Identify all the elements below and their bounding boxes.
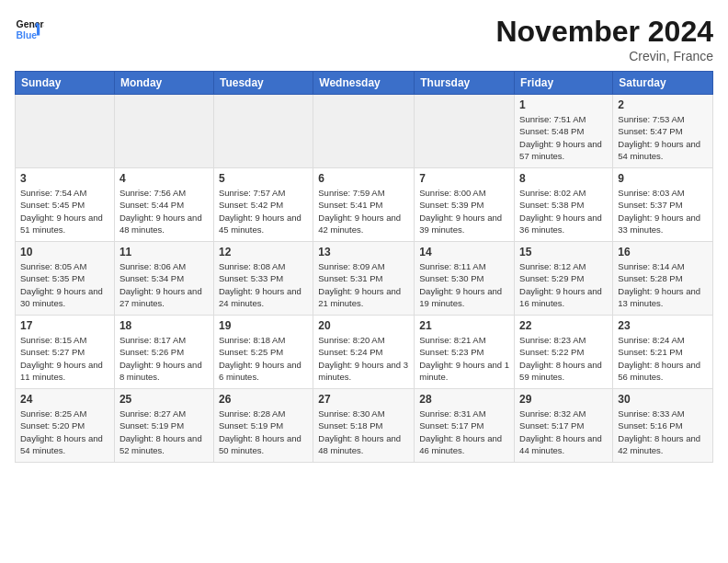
- location: Crevin, France: [495, 49, 713, 63]
- day-number: 7: [419, 172, 509, 185]
- day-number: 10: [20, 246, 109, 259]
- day-info: Sunrise: 8:23 AM Sunset: 5:22 PM Dayligh…: [519, 334, 608, 383]
- table-cell: 27Sunrise: 8:30 AM Sunset: 5:18 PM Dayli…: [313, 389, 415, 463]
- day-info: Sunrise: 8:17 AM Sunset: 5:26 PM Dayligh…: [119, 334, 209, 383]
- day-number: 15: [519, 246, 608, 259]
- day-number: 19: [219, 319, 308, 332]
- table-cell: 29Sunrise: 8:32 AM Sunset: 5:17 PM Dayli…: [515, 389, 613, 463]
- table-cell: 1Sunrise: 7:51 AM Sunset: 5:48 PM Daylig…: [515, 95, 613, 168]
- table-cell: 6Sunrise: 7:59 AM Sunset: 5:41 PM Daylig…: [313, 168, 415, 242]
- day-number: 12: [219, 246, 308, 259]
- table-cell: [213, 95, 313, 168]
- day-number: 25: [119, 393, 209, 406]
- day-number: 6: [318, 172, 409, 185]
- table-cell: [16, 95, 115, 168]
- table-cell: 17Sunrise: 8:15 AM Sunset: 5:27 PM Dayli…: [16, 316, 115, 389]
- logo-icon: General Blue: [15, 15, 44, 44]
- day-info: Sunrise: 8:24 AM Sunset: 5:21 PM Dayligh…: [618, 334, 708, 383]
- day-number: 14: [419, 246, 509, 259]
- day-number: 18: [119, 319, 209, 332]
- week-row-4: 17Sunrise: 8:15 AM Sunset: 5:27 PM Dayli…: [16, 316, 713, 389]
- table-cell: 10Sunrise: 8:05 AM Sunset: 5:35 PM Dayli…: [16, 242, 115, 316]
- table-cell: 28Sunrise: 8:31 AM Sunset: 5:17 PM Dayli…: [415, 389, 515, 463]
- day-number: 20: [318, 319, 409, 332]
- title-section: November 2024 Crevin, France: [495, 15, 713, 63]
- day-number: 13: [318, 246, 409, 259]
- table-cell: 8Sunrise: 8:02 AM Sunset: 5:38 PM Daylig…: [515, 168, 613, 242]
- day-info: Sunrise: 8:25 AM Sunset: 5:20 PM Dayligh…: [20, 408, 109, 456]
- day-info: Sunrise: 8:30 AM Sunset: 5:18 PM Dayligh…: [318, 408, 409, 456]
- table-cell: 5Sunrise: 7:57 AM Sunset: 5:42 PM Daylig…: [213, 168, 313, 242]
- table-cell: 30Sunrise: 8:33 AM Sunset: 5:16 PM Dayli…: [613, 389, 713, 463]
- week-row-3: 10Sunrise: 8:05 AM Sunset: 5:35 PM Dayli…: [16, 242, 713, 316]
- header-friday: Friday: [515, 72, 613, 95]
- table-cell: 7Sunrise: 8:00 AM Sunset: 5:39 PM Daylig…: [415, 168, 515, 242]
- table-cell: 19Sunrise: 8:18 AM Sunset: 5:25 PM Dayli…: [213, 316, 313, 389]
- table-cell: 13Sunrise: 8:09 AM Sunset: 5:31 PM Dayli…: [313, 242, 415, 316]
- day-info: Sunrise: 8:06 AM Sunset: 5:34 PM Dayligh…: [119, 260, 209, 309]
- day-number: 2: [618, 98, 708, 111]
- day-number: 23: [618, 319, 708, 332]
- table-cell: 20Sunrise: 8:20 AM Sunset: 5:24 PM Dayli…: [313, 316, 415, 389]
- day-info: Sunrise: 7:54 AM Sunset: 5:45 PM Dayligh…: [20, 187, 109, 236]
- day-info: Sunrise: 8:02 AM Sunset: 5:38 PM Dayligh…: [519, 187, 608, 236]
- day-info: Sunrise: 8:21 AM Sunset: 5:23 PM Dayligh…: [419, 334, 509, 383]
- day-info: Sunrise: 8:28 AM Sunset: 5:19 PM Dayligh…: [219, 408, 308, 456]
- day-info: Sunrise: 8:20 AM Sunset: 5:24 PM Dayligh…: [318, 334, 409, 383]
- day-number: 4: [119, 172, 209, 185]
- table-cell: 23Sunrise: 8:24 AM Sunset: 5:21 PM Dayli…: [613, 316, 713, 389]
- day-info: Sunrise: 7:51 AM Sunset: 5:48 PM Dayligh…: [519, 113, 608, 162]
- table-cell: 14Sunrise: 8:11 AM Sunset: 5:30 PM Dayli…: [415, 242, 515, 316]
- day-info: Sunrise: 7:57 AM Sunset: 5:42 PM Dayligh…: [219, 187, 308, 236]
- table-cell: 11Sunrise: 8:06 AM Sunset: 5:34 PM Dayli…: [114, 242, 213, 316]
- day-info: Sunrise: 8:08 AM Sunset: 5:33 PM Dayligh…: [219, 260, 308, 309]
- day-number: 11: [119, 246, 209, 259]
- page: General Blue November 2024 Crevin, Franc…: [0, 0, 728, 470]
- day-number: 8: [519, 172, 608, 185]
- day-info: Sunrise: 8:12 AM Sunset: 5:29 PM Dayligh…: [519, 260, 608, 309]
- week-row-1: 1Sunrise: 7:51 AM Sunset: 5:48 PM Daylig…: [16, 95, 713, 168]
- table-cell: 4Sunrise: 7:56 AM Sunset: 5:44 PM Daylig…: [114, 168, 213, 242]
- day-info: Sunrise: 7:56 AM Sunset: 5:44 PM Dayligh…: [119, 187, 209, 236]
- day-number: 26: [219, 393, 308, 406]
- day-number: 28: [419, 393, 509, 406]
- month-title: November 2024: [495, 15, 713, 49]
- day-info: Sunrise: 8:03 AM Sunset: 5:37 PM Dayligh…: [618, 187, 708, 236]
- calendar-header-row: Sunday Monday Tuesday Wednesday Thursday…: [16, 72, 713, 95]
- table-cell: 22Sunrise: 8:23 AM Sunset: 5:22 PM Dayli…: [515, 316, 613, 389]
- day-info: Sunrise: 8:14 AM Sunset: 5:28 PM Dayligh…: [618, 260, 708, 309]
- day-info: Sunrise: 8:31 AM Sunset: 5:17 PM Dayligh…: [419, 408, 509, 456]
- table-cell: 12Sunrise: 8:08 AM Sunset: 5:33 PM Dayli…: [213, 242, 313, 316]
- svg-text:Blue: Blue: [17, 30, 38, 40]
- header-monday: Monday: [114, 72, 213, 95]
- day-info: Sunrise: 7:59 AM Sunset: 5:41 PM Dayligh…: [318, 187, 409, 236]
- logo: General Blue: [15, 15, 44, 44]
- day-info: Sunrise: 8:32 AM Sunset: 5:17 PM Dayligh…: [519, 408, 608, 456]
- day-number: 16: [618, 246, 708, 259]
- day-number: 9: [618, 172, 708, 185]
- day-info: Sunrise: 7:53 AM Sunset: 5:47 PM Dayligh…: [618, 113, 708, 162]
- day-number: 24: [20, 393, 109, 406]
- table-cell: 18Sunrise: 8:17 AM Sunset: 5:26 PM Dayli…: [114, 316, 213, 389]
- day-number: 27: [318, 393, 409, 406]
- calendar: Sunday Monday Tuesday Wednesday Thursday…: [15, 71, 713, 463]
- day-info: Sunrise: 8:33 AM Sunset: 5:16 PM Dayligh…: [618, 408, 708, 456]
- day-number: 29: [519, 393, 608, 406]
- table-cell: 26Sunrise: 8:28 AM Sunset: 5:19 PM Dayli…: [213, 389, 313, 463]
- day-number: 30: [618, 393, 708, 406]
- table-cell: 2Sunrise: 7:53 AM Sunset: 5:47 PM Daylig…: [613, 95, 713, 168]
- header-thursday: Thursday: [415, 72, 515, 95]
- table-cell: 16Sunrise: 8:14 AM Sunset: 5:28 PM Dayli…: [613, 242, 713, 316]
- header-tuesday: Tuesday: [213, 72, 313, 95]
- day-number: 3: [20, 172, 109, 185]
- day-info: Sunrise: 8:27 AM Sunset: 5:19 PM Dayligh…: [119, 408, 209, 456]
- day-info: Sunrise: 8:05 AM Sunset: 5:35 PM Dayligh…: [20, 260, 109, 309]
- table-cell: 24Sunrise: 8:25 AM Sunset: 5:20 PM Dayli…: [16, 389, 115, 463]
- day-number: 1: [519, 98, 608, 111]
- day-number: 5: [219, 172, 308, 185]
- day-info: Sunrise: 8:09 AM Sunset: 5:31 PM Dayligh…: [318, 260, 409, 309]
- day-info: Sunrise: 8:15 AM Sunset: 5:27 PM Dayligh…: [20, 334, 109, 383]
- header-sunday: Sunday: [16, 72, 115, 95]
- day-number: 17: [20, 319, 109, 332]
- day-info: Sunrise: 8:11 AM Sunset: 5:30 PM Dayligh…: [419, 260, 509, 309]
